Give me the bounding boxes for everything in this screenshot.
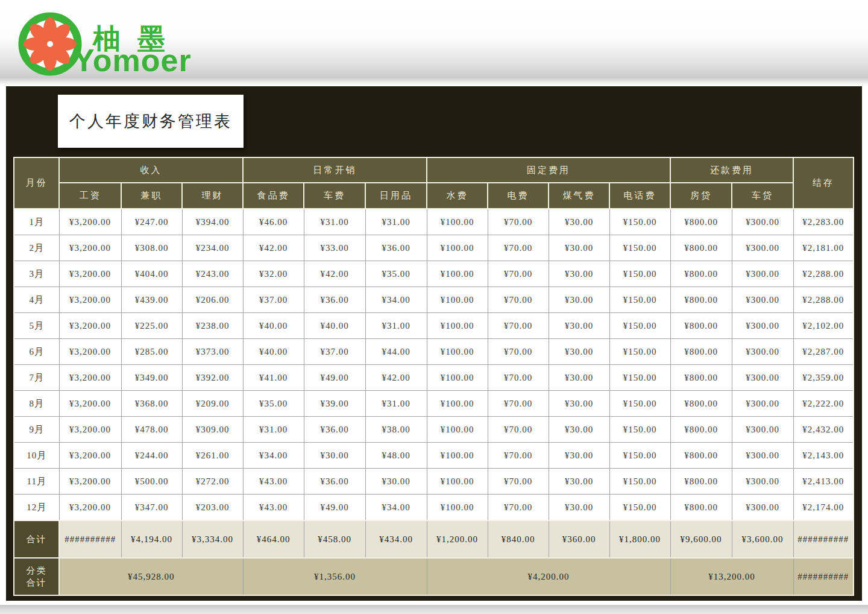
value-cell: ¥300.00 bbox=[732, 261, 793, 287]
value-cell: ¥100.00 bbox=[427, 495, 488, 521]
value-cell: ¥404.00 bbox=[121, 261, 182, 287]
table-row: 8月¥3,200.00¥368.00¥209.00¥35.00¥39.00¥31… bbox=[14, 391, 854, 417]
value-cell: ¥100.00 bbox=[427, 365, 488, 391]
month-cell: 11月 bbox=[14, 469, 59, 495]
value-cell: ¥100.00 bbox=[427, 339, 488, 365]
value-cell: ¥800.00 bbox=[670, 495, 732, 521]
value-cell: ¥300.00 bbox=[732, 313, 793, 339]
total-cell: ¥1,200.00 bbox=[427, 521, 488, 558]
value-cell: ¥42.00 bbox=[304, 261, 365, 287]
value-cell: ¥3,200.00 bbox=[59, 209, 121, 235]
value-cell: ¥30.00 bbox=[549, 469, 609, 495]
value-cell: ¥37.00 bbox=[243, 287, 304, 313]
value-cell: ¥30.00 bbox=[549, 209, 609, 235]
month-cell: 7月 bbox=[14, 365, 59, 391]
value-cell: ¥42.00 bbox=[243, 235, 304, 261]
value-cell: ¥3,200.00 bbox=[59, 313, 121, 339]
col-investment: 理财 bbox=[182, 183, 243, 209]
value-cell: ¥800.00 bbox=[670, 287, 732, 313]
value-cell: ¥150.00 bbox=[609, 365, 670, 391]
content-panel: 个人年度财务管理表 月份 收入 日常开销 固定费用 还款费用 结存 工资 兼职 … bbox=[6, 86, 862, 601]
top-banner: 柚墨 Yomoer bbox=[0, 0, 868, 86]
value-cell: ¥300.00 bbox=[732, 209, 793, 235]
value-cell: ¥36.00 bbox=[304, 417, 365, 443]
value-cell: ¥40.00 bbox=[243, 313, 304, 339]
value-cell: ¥39.00 bbox=[304, 391, 365, 417]
value-cell: ¥70.00 bbox=[488, 417, 549, 443]
table-row: 4月¥3,200.00¥439.00¥206.00¥37.00¥36.00¥34… bbox=[14, 287, 854, 313]
total-cell: ¥1,800.00 bbox=[609, 521, 670, 558]
value-cell: ¥2,359.00 bbox=[793, 365, 854, 391]
month-cell: 2月 bbox=[14, 235, 59, 261]
month-cell: 5月 bbox=[14, 313, 59, 339]
value-cell: ¥800.00 bbox=[670, 261, 732, 287]
value-cell: ¥30.00 bbox=[549, 313, 609, 339]
value-cell: ¥225.00 bbox=[121, 313, 182, 339]
value-cell: ¥3,200.00 bbox=[59, 287, 121, 313]
value-cell: ¥800.00 bbox=[670, 365, 732, 391]
value-cell: ¥800.00 bbox=[670, 391, 732, 417]
total-cell: ¥458.00 bbox=[304, 521, 365, 558]
value-cell: ¥150.00 bbox=[609, 443, 670, 469]
value-cell: ¥30.00 bbox=[549, 443, 609, 469]
value-cell: ¥3,200.00 bbox=[59, 443, 121, 469]
value-cell: ¥38.00 bbox=[365, 417, 427, 443]
value-cell: ¥2,143.00 bbox=[793, 443, 854, 469]
value-cell: ¥2,222.00 bbox=[793, 391, 854, 417]
value-cell: ¥800.00 bbox=[670, 313, 732, 339]
value-cell: ¥100.00 bbox=[427, 287, 488, 313]
value-cell: ¥70.00 bbox=[488, 365, 549, 391]
value-cell: ¥100.00 bbox=[427, 235, 488, 261]
value-cell: ¥70.00 bbox=[488, 261, 549, 287]
value-cell: ¥70.00 bbox=[488, 209, 549, 235]
value-cell: ¥150.00 bbox=[609, 261, 670, 287]
value-cell: ¥800.00 bbox=[670, 469, 732, 495]
value-cell: ¥2,288.00 bbox=[793, 261, 854, 287]
month-cell: 10月 bbox=[14, 443, 59, 469]
value-cell: ¥309.00 bbox=[182, 417, 243, 443]
value-cell: ¥2,181.00 bbox=[793, 235, 854, 261]
value-cell: ¥500.00 bbox=[121, 469, 182, 495]
value-cell: ¥44.00 bbox=[365, 339, 427, 365]
finance-table: 月份 收入 日常开销 固定费用 还款费用 结存 工资 兼职 理财 食品费 车费 … bbox=[13, 157, 854, 596]
col-transport: 车费 bbox=[304, 183, 365, 209]
value-cell: ¥32.00 bbox=[243, 261, 304, 287]
value-cell: ¥3,200.00 bbox=[59, 391, 121, 417]
value-cell: ¥31.00 bbox=[365, 209, 427, 235]
value-cell: ¥150.00 bbox=[609, 495, 670, 521]
data-rows: 1月¥3,200.00¥247.00¥394.00¥46.00¥31.00¥31… bbox=[14, 209, 854, 521]
value-cell: ¥478.00 bbox=[121, 417, 182, 443]
balance-header: 结存 bbox=[793, 157, 854, 209]
value-cell: ¥3,200.00 bbox=[59, 495, 121, 521]
value-cell: ¥2,283.00 bbox=[793, 209, 854, 235]
value-cell: ¥206.00 bbox=[182, 287, 243, 313]
month-cell: 3月 bbox=[14, 261, 59, 287]
value-cell: ¥800.00 bbox=[670, 209, 732, 235]
col-daily-goods: 日用品 bbox=[365, 183, 427, 209]
value-cell: ¥2,287.00 bbox=[793, 339, 854, 365]
value-cell: ¥3,200.00 bbox=[59, 235, 121, 261]
table-row: 9月¥3,200.00¥478.00¥309.00¥31.00¥36.00¥38… bbox=[14, 417, 854, 443]
value-cell: ¥70.00 bbox=[488, 469, 549, 495]
value-cell: ¥42.00 bbox=[365, 365, 427, 391]
total-cell: ¥434.00 bbox=[365, 521, 427, 558]
value-cell: ¥36.00 bbox=[365, 235, 427, 261]
value-cell: ¥300.00 bbox=[732, 391, 793, 417]
value-cell: ¥308.00 bbox=[121, 235, 182, 261]
value-cell: ¥34.00 bbox=[365, 287, 427, 313]
value-cell: ¥300.00 bbox=[732, 417, 793, 443]
value-cell: ¥34.00 bbox=[243, 443, 304, 469]
total-cell: ########## bbox=[793, 521, 854, 558]
total-cell: ¥4,194.00 bbox=[121, 521, 182, 558]
value-cell: ¥261.00 bbox=[182, 443, 243, 469]
value-cell: ¥3,200.00 bbox=[59, 261, 121, 287]
value-cell: ¥30.00 bbox=[304, 443, 365, 469]
value-cell: ¥70.00 bbox=[488, 287, 549, 313]
value-cell: ¥70.00 bbox=[488, 339, 549, 365]
table-row: 3月¥3,200.00¥404.00¥243.00¥32.00¥42.00¥35… bbox=[14, 261, 854, 287]
logo[interactable]: 柚墨 Yomoer bbox=[16, 5, 221, 84]
value-cell: ¥3,200.00 bbox=[59, 469, 121, 495]
value-cell: ¥234.00 bbox=[182, 235, 243, 261]
total-cell: ¥360.00 bbox=[549, 521, 609, 558]
col-electricity: 电费 bbox=[488, 183, 549, 209]
